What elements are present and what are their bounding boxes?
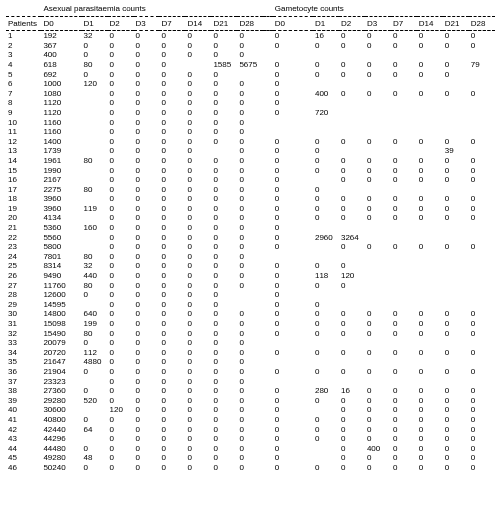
cell-asexual: 0 xyxy=(159,415,185,425)
cell-gametocyte: 0 xyxy=(339,415,365,425)
cell-gametocyte xyxy=(273,377,313,387)
cell-asexual: 0 xyxy=(237,194,263,204)
cell-asexual: 0 xyxy=(134,89,160,99)
cell-gametocyte xyxy=(469,108,495,118)
cell-gametocyte: 0 xyxy=(443,348,469,358)
cell-patient: 27 xyxy=(6,281,41,291)
table-row: 1722758000000000 xyxy=(6,185,495,195)
cell-asexual: 0 xyxy=(108,41,134,51)
cell-gametocyte: 0 xyxy=(417,453,443,463)
cell-gametocyte xyxy=(443,261,469,271)
cell-gametocyte xyxy=(391,338,417,348)
cell-asexual: 0 xyxy=(82,415,108,425)
cell-asexual: 0 xyxy=(108,357,134,367)
cell-gametocyte xyxy=(417,108,443,118)
cell-gametocyte xyxy=(273,118,313,128)
cell-gap xyxy=(263,156,272,166)
cell-asexual: 0 xyxy=(159,386,185,396)
cell-asexual: 0 xyxy=(134,329,160,339)
cell-gametocyte: 0 xyxy=(417,137,443,147)
cell-asexual: 0 xyxy=(159,156,185,166)
cell-asexual: 0 xyxy=(237,348,263,358)
cell-gametocyte xyxy=(365,98,391,108)
cell-asexual: 0 xyxy=(134,60,160,70)
cell-asexual: 32 xyxy=(82,31,108,41)
cell-patient: 12 xyxy=(6,137,41,147)
cell-asexual: 3960 xyxy=(41,194,81,204)
cell-gametocyte: 0 xyxy=(339,319,365,329)
cell-asexual: 0 xyxy=(185,329,211,339)
cell-asexual: 0 xyxy=(108,213,134,223)
cell-asexual xyxy=(82,98,108,108)
cell-gametocyte xyxy=(365,50,391,60)
cell-gametocyte xyxy=(417,185,443,195)
cell-gametocyte: 0 xyxy=(469,463,495,473)
cell-gametocyte: 0 xyxy=(365,463,391,473)
cell-gametocyte xyxy=(365,357,391,367)
cell-asexual: 0 xyxy=(211,166,237,176)
cell-asexual: 640 xyxy=(82,309,108,319)
cell-asexual: 0 xyxy=(237,156,263,166)
table-row: 2153601600000000 xyxy=(6,223,495,233)
cell-asexual: 80 xyxy=(82,185,108,195)
cell-asexual: 1400 xyxy=(41,137,81,147)
table-row: 301480064000000000000000 xyxy=(6,309,495,319)
cell-asexual: 0 xyxy=(237,329,263,339)
cell-asexual: 0 xyxy=(237,338,263,348)
cell-asexual: 0 xyxy=(159,396,185,406)
cell-asexual: 0 xyxy=(211,290,237,300)
cell-asexual: 0 xyxy=(108,185,134,195)
cell-gametocyte xyxy=(365,261,391,271)
cell-asexual: 0 xyxy=(211,156,237,166)
cell-asexual: 0 xyxy=(159,434,185,444)
cell-gametocyte: 0 xyxy=(339,405,365,415)
cell-asexual: 0 xyxy=(211,118,237,128)
cell-asexual: 0 xyxy=(134,261,160,271)
cell-asexual: 29280 xyxy=(41,396,81,406)
cell-gametocyte: 0 xyxy=(313,146,339,156)
cell-asexual: 0 xyxy=(159,108,185,118)
cell-asexual: 27360 xyxy=(41,386,81,396)
cell-gametocyte: 0 xyxy=(469,425,495,435)
cell-gametocyte: 0 xyxy=(417,425,443,435)
cell-asexual: 1160 xyxy=(41,118,81,128)
cell-asexual: 0 xyxy=(134,213,160,223)
cell-asexual: 0 xyxy=(211,444,237,454)
cell-asexual xyxy=(82,89,108,99)
cell-asexual: 0 xyxy=(185,444,211,454)
cell-asexual: 1160 xyxy=(41,127,81,137)
cell-gametocyte xyxy=(391,233,417,243)
cell-asexual: 0 xyxy=(108,108,134,118)
cell-asexual: 0 xyxy=(134,127,160,137)
cell-gametocyte: 0 xyxy=(443,41,469,51)
cell-asexual: 0 xyxy=(211,98,237,108)
cell-asexual: 80 xyxy=(82,60,108,70)
cell-gametocyte xyxy=(469,271,495,281)
cell-asexual: 2275 xyxy=(41,185,81,195)
cell-asexual: 0 xyxy=(108,223,134,233)
cell-gametocyte xyxy=(469,70,495,80)
cell-gametocyte: 0 xyxy=(391,194,417,204)
cell-gametocyte: 0 xyxy=(273,405,313,415)
cell-asexual: 0 xyxy=(211,175,237,185)
col-a-d28: D28 xyxy=(237,16,263,31)
cell-gametocyte: 3264 xyxy=(339,233,365,243)
cell-gametocyte: 0 xyxy=(365,453,391,463)
table-row: 12140000000000000000 xyxy=(6,137,495,147)
cell-gametocyte: 0 xyxy=(313,425,339,435)
cell-asexual: 160 xyxy=(82,223,108,233)
cell-asexual: 0 xyxy=(211,463,237,473)
cell-asexual: 0 xyxy=(211,261,237,271)
cell-gametocyte: 0 xyxy=(273,89,313,99)
cell-gametocyte: 0 xyxy=(391,396,417,406)
cell-asexual: 0 xyxy=(211,89,237,99)
table-row: 610001200000000 xyxy=(6,79,495,89)
table-row: 44444800000000004000000 xyxy=(6,444,495,454)
cell-asexual xyxy=(82,127,108,137)
cell-gametocyte: 280 xyxy=(313,386,339,396)
cell-asexual: 0 xyxy=(237,175,263,185)
cell-asexual: 0 xyxy=(108,386,134,396)
cell-asexual: 0 xyxy=(159,261,185,271)
cell-asexual: 0 xyxy=(159,242,185,252)
cell-asexual xyxy=(82,405,108,415)
